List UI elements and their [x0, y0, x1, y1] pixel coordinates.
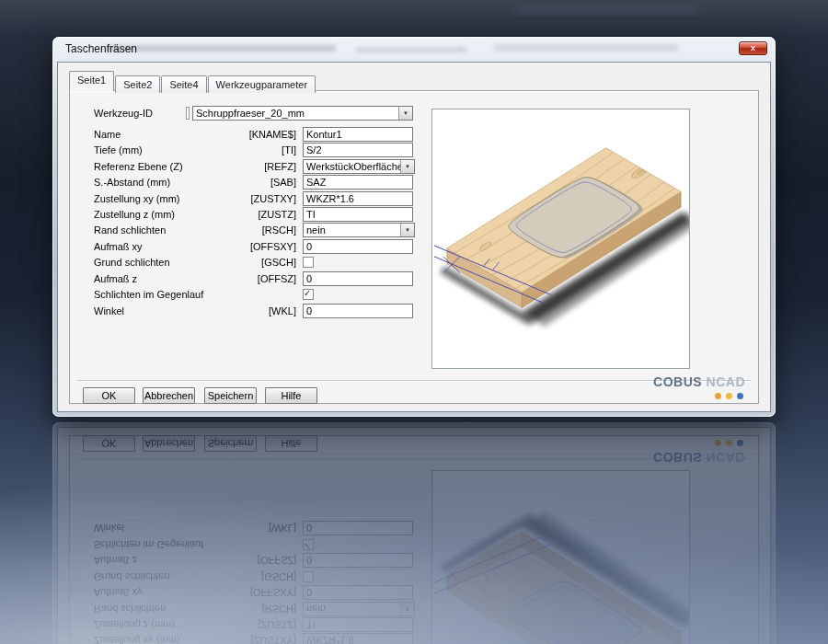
param-code: [RSCH] — [206, 224, 296, 236]
grund-schlichten-checkbox[interactable]: ✓ — [303, 257, 314, 268]
close-icon: x — [751, 43, 755, 52]
name-input[interactable] — [303, 127, 413, 142]
tab-seite4[interactable]: Seite4 — [161, 75, 206, 93]
check-icon: ✓ — [304, 289, 313, 298]
field-label: Rand schlichten — [94, 224, 166, 236]
titlebar[interactable]: Taschenfräsen x — [52, 37, 776, 62]
param-code: [TI] — [206, 144, 296, 155]
gegenlauf-checkbox[interactable]: ✓ — [303, 289, 314, 300]
chevron-down-icon[interactable]: ▼ — [400, 160, 414, 173]
param-code: [REFZ] — [206, 161, 296, 172]
brand-dot-amber — [726, 393, 732, 399]
field-label: Aufmaß xy — [94, 241, 143, 252]
ok-button[interactable]: OK — [83, 387, 135, 404]
field-label: Aufmaß z — [94, 273, 137, 284]
field-label: Tiefe (mm) — [94, 144, 143, 155]
tabstrip: Seite1 Seite2 Seite4 Werkzeugparameter — [69, 71, 316, 91]
param-code: [WKL] — [206, 305, 296, 316]
combo-value: Schruppfraeser_20_mm — [193, 107, 398, 120]
field-label: Referenz Ebene (Z) — [94, 161, 183, 172]
param-code: [ZUSTXY] — [206, 193, 296, 204]
wood-board-render — [432, 109, 689, 368]
preview-image — [431, 109, 690, 369]
combo-value: nein — [304, 224, 400, 236]
winkel-input[interactable] — [303, 304, 413, 318]
tab-seite2[interactable]: Seite2 — [115, 75, 160, 93]
tab-panel-seite1: Werkzeug-ID Schruppfraeser_20_mm ▼ Name … — [69, 90, 759, 404]
close-button[interactable]: x — [739, 41, 767, 55]
zustellung-xy-input[interactable] — [303, 191, 413, 206]
save-button[interactable]: Speichern — [204, 387, 257, 404]
zustellung-z-input[interactable] — [303, 207, 413, 222]
param-code: [SAB] — [206, 177, 296, 188]
tab-werkzeugparameter[interactable]: Werkzeugparameter — [208, 75, 316, 93]
combo-value: WerkstückOberfläche — [304, 160, 400, 173]
param-code: [ZUSTZ] — [206, 209, 296, 220]
glass-ghost-text — [494, 44, 678, 52]
glass-ghost-text — [106, 45, 336, 52]
brand-dot-blue — [737, 393, 743, 399]
chevron-down-icon[interactable]: ▼ — [400, 224, 414, 236]
field-label: Zustellung xy (mm) — [94, 193, 180, 204]
rand-schlichten-select[interactable]: nein ▼ — [303, 223, 415, 237]
dialog-body: Seite1 Seite2 Seite4 Werkzeugparameter W… — [57, 62, 771, 412]
aufmass-xy-input[interactable] — [303, 239, 413, 254]
window-title: Taschenfräsen — [65, 42, 137, 55]
field-label: Winkel — [94, 305, 124, 316]
brand-ncad: NCAD — [707, 374, 745, 389]
chevron-down-icon[interactable]: ▼ — [398, 107, 412, 120]
werkzeug-id-select[interactable]: Schruppfraeser_20_mm ▼ — [192, 106, 413, 121]
taschenfraesen-dialog: Taschenfräsen x Seite1 Seite2 Seite4 Wer… — [52, 37, 776, 417]
brand-dot-orange — [715, 393, 721, 399]
field-label: Grund schlichten — [94, 257, 170, 268]
field-label: S.-Abstand (mm) — [94, 177, 170, 188]
param-code: [OFFSZ] — [206, 273, 296, 284]
field-label: Name — [94, 129, 121, 140]
tab-seite1[interactable]: Seite1 — [69, 71, 114, 91]
param-code: [GSCH] — [206, 257, 296, 268]
field-label: Schlichten im Gegenlauf — [94, 289, 203, 300]
referenz-ebene-select[interactable]: WerkstückOberfläche ▼ — [303, 159, 415, 174]
cancel-button[interactable]: Abbrechen — [143, 387, 195, 404]
param-code: [KNAME$] — [206, 129, 296, 140]
glass-ghost-text — [356, 47, 466, 52]
aufmass-z-input[interactable] — [303, 271, 413, 286]
s-abstand-input[interactable] — [303, 175, 413, 190]
param-code: [OFFSXY] — [206, 241, 296, 252]
tiefe-input[interactable] — [303, 143, 413, 157]
button-separator — [77, 380, 751, 382]
field-label: Zustellung z (mm) — [94, 209, 175, 220]
combo-tick — [186, 107, 190, 120]
help-button[interactable]: Hilfe — [265, 387, 317, 404]
cobus-ncad-logo: COBUS NCAD — [653, 374, 745, 389]
field-label: Werkzeug-ID — [94, 108, 153, 119]
background-smudge — [515, 6, 699, 14]
brand-cobus: COBUS — [653, 374, 702, 389]
brand-dots — [715, 393, 743, 399]
